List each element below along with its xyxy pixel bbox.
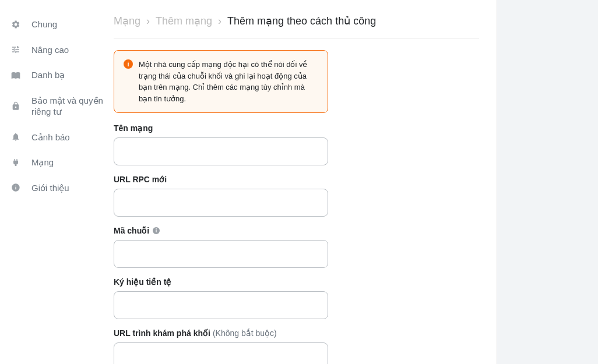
chevron-right-icon: › (218, 15, 221, 27)
sidebar-item-general[interactable]: Chung (10, 12, 114, 37)
input-explorer-url[interactable] (114, 342, 328, 364)
sidebar-label: Nâng cao (31, 44, 69, 56)
form-group-network-name: Tên mạng (114, 123, 479, 165)
sidebar-item-security[interactable]: Bảo mật và quyền riêng tư (10, 88, 114, 125)
sidebar-label: Mạng (31, 157, 54, 168)
input-chain-id[interactable] (114, 240, 328, 268)
label-currency-symbol: Ký hiệu tiền tệ (114, 277, 479, 287)
main-area: Chung Nâng cao Danh bạ Bảo mật và quyền … (0, 0, 497, 364)
breadcrumb-mid[interactable]: Thêm mạng (156, 15, 212, 27)
warning-text: Một nhà cung cấp mạng độc hại có thể nói… (139, 59, 318, 104)
sidebar-label: Danh bạ (31, 69, 65, 81)
plug-icon (10, 157, 21, 168)
bell-icon (10, 132, 21, 142)
tooltip-icon[interactable]: i (153, 227, 160, 234)
sidebar-item-about[interactable]: Giới thiệu (10, 175, 114, 201)
label-chain-id: Mã chuỗi i (114, 226, 479, 235)
label-network-name: Tên mạng (114, 123, 479, 133)
sidebar-item-contacts[interactable]: Danh bạ (10, 62, 114, 88)
info-icon (10, 182, 21, 193)
form-group-currency-symbol: Ký hiệu tiền tệ (114, 277, 479, 319)
sidebar-label: Bảo mật và quyền riêng tư (31, 95, 114, 118)
input-currency-symbol[interactable] (114, 291, 328, 319)
label-chain-id-text: Mã chuỗi (114, 226, 149, 235)
lock-icon (10, 101, 21, 111)
label-optional: (Không bắt buộc) (213, 328, 277, 338)
sidebar-label: Cảnh báo (31, 132, 70, 143)
sliders-icon (10, 44, 21, 55)
sidebar-item-alerts[interactable]: Cảnh báo (10, 125, 114, 150)
input-rpc-url[interactable] (114, 189, 328, 217)
content-area: Mạng › Thêm mạng › Thêm mạng theo cách t… (114, 0, 497, 364)
label-rpc-url: URL RPC mới (114, 175, 479, 184)
right-panel (497, 0, 598, 364)
gear-icon (10, 19, 21, 30)
contacts-icon (10, 70, 21, 80)
sidebar-item-networks[interactable]: Mạng (10, 150, 114, 175)
sidebar-label: Chung (31, 19, 57, 30)
warning-icon: i (124, 59, 133, 69)
warning-banner: i Một nhà cung cấp mạng độc hại có thể n… (114, 50, 328, 113)
breadcrumb: Mạng › Thêm mạng › Thêm mạng theo cách t… (114, 15, 479, 38)
settings-sidebar: Chung Nâng cao Danh bạ Bảo mật và quyền … (0, 0, 114, 364)
form-group-explorer-url: URL trình khám phá khối (Không bắt buộc) (114, 328, 479, 364)
form-group-rpc-url: URL RPC mới (114, 175, 479, 217)
label-explorer-url-text: URL trình khám phá khối (114, 328, 210, 338)
chevron-right-icon: › (146, 15, 150, 27)
form-group-chain-id: Mã chuỗi i (114, 226, 479, 268)
breadcrumb-root[interactable]: Mạng (114, 15, 140, 27)
breadcrumb-current: Thêm mạng theo cách thủ công (227, 15, 376, 27)
sidebar-label: Giới thiệu (31, 182, 69, 194)
label-explorer-url: URL trình khám phá khối (Không bắt buộc) (114, 328, 479, 338)
input-network-name[interactable] (114, 137, 328, 165)
sidebar-item-advanced[interactable]: Nâng cao (10, 37, 114, 63)
